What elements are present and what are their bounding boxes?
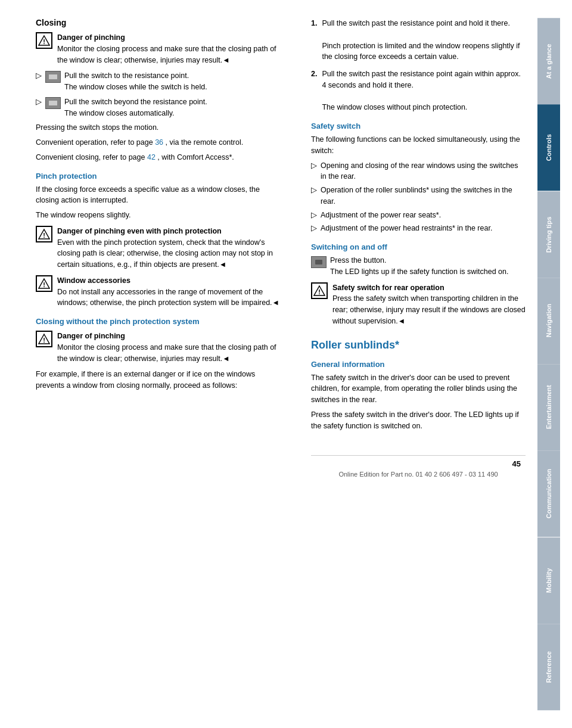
switch-instruction-row: Press the button. The LED lights up if t…: [311, 255, 526, 278]
step-1-num: 1.: [311, 18, 317, 63]
press-stop: Pressing the switch stops the motion.: [36, 122, 281, 133]
arrow-safety-3: ▷: [311, 210, 317, 221]
arrow-icon-2: ▷: [36, 97, 42, 106]
warning-text-5: Safety switch for rear operation Press t…: [332, 282, 526, 327]
warning-icon-5: !: [311, 282, 328, 299]
footer-text: Online Edition for Part no. 01 40 2 606 …: [311, 471, 526, 478]
pinch-p2: The window reopens slightly.: [36, 210, 281, 221]
instruction-text-1: Pull the switch to the resistance point.…: [64, 70, 207, 93]
general-info-heading: General information: [311, 360, 526, 369]
arrow-safety-4: ▷: [311, 223, 317, 234]
warning-text-3: Window accessories Do not install any ac…: [57, 275, 281, 309]
switching-heading: Switching on and off: [311, 242, 526, 251]
main-content: Closing ! Danger of pinching Monitor the…: [0, 0, 572, 728]
instruction-row-2: ▷ Pull the switch beyond the resistance …: [36, 97, 281, 119]
switch-icon-2: [45, 97, 61, 109]
svg-text:!: !: [318, 288, 321, 295]
instruction-row-1: ▷ Pull the switch to the resistance poin…: [36, 70, 281, 93]
step-2-note: The window closes without pinch protecti…: [322, 103, 467, 111]
page-link-36[interactable]: 36: [155, 138, 163, 147]
step-2-text: Pull the switch past the resistance poin…: [322, 70, 521, 89]
pinch-p1: If the closing force exceeds a specific …: [36, 184, 281, 207]
steps-list: 1. Pull the switch past the resistance p…: [311, 18, 526, 113]
warning-box-5: ! Safety switch for rear operation Press…: [311, 282, 526, 327]
page-number: 45: [512, 459, 521, 468]
sidebar-tab-entertainment[interactable]: Entertainment: [537, 364, 560, 450]
step-1-text: Pull the switch past the resistance poin…: [322, 19, 509, 27]
arrow-safety-2: ▷: [311, 185, 317, 207]
safety-item-2: ▷ Operation of the roller sunblinds* usi…: [311, 185, 526, 207]
instruction-text-2: Pull the switch beyond the resistance po…: [64, 97, 207, 119]
warning-text-1: Danger of pinching Monitor the closing p…: [57, 32, 281, 66]
switch-instruction-text: Press the button. The LED lights up if t…: [330, 255, 508, 278]
warning-text-4: Danger of pinching Monitor the closing p…: [57, 331, 281, 364]
roller-heading: Roller sunblinds*: [311, 339, 526, 351]
page-footer: 45: [311, 455, 526, 468]
svg-text:!: !: [43, 38, 45, 45]
safety-switch-heading: Safety switch: [311, 122, 526, 130]
svg-text:!: !: [43, 232, 45, 239]
convenient-2: Convenient closing, refer to page 42 , w…: [36, 152, 281, 163]
sidebar-tab-controls[interactable]: Controls: [537, 104, 560, 191]
sidebar-tab-reference[interactable]: Reference: [537, 624, 560, 710]
left-column: Closing ! Danger of pinching Monitor the…: [36, 18, 281, 710]
switch-icon-1: [45, 71, 61, 83]
warning-box-4: ! Danger of pinching Monitor the closing…: [36, 331, 281, 364]
svg-text:!: !: [43, 281, 45, 288]
page-link-42[interactable]: 42: [147, 153, 156, 161]
roller-section: Roller sunblinds* General information Th…: [311, 339, 526, 432]
sidebar-tab-navigation[interactable]: Navigation: [537, 278, 560, 364]
step-1: 1. Pull the switch past the resistance p…: [311, 18, 526, 63]
sidebar-tab-at-a-glance[interactable]: At a glance: [537, 18, 560, 104]
warning-icon-3: !: [36, 275, 52, 292]
pinch-protection-heading: Pinch protection: [36, 172, 281, 181]
safety-item-3: ▷ Adjustment of the power rear seats*.: [311, 210, 526, 221]
right-column: 1. Pull the switch past the resistance p…: [293, 18, 526, 710]
safety-item-1: ▷ Opening and closing of the rear window…: [311, 160, 526, 183]
general-p2: Press the safety switch in the driver's …: [311, 409, 526, 432]
arrow-icon-1: ▷: [36, 71, 42, 80]
button-icon-1: [311, 256, 327, 268]
warning-text-2: Danger of pinching even with pinch prote…: [57, 226, 281, 270]
closing-without-p1: For example, if there is an external dan…: [36, 369, 281, 391]
sidebar-tab-communication[interactable]: Communication: [537, 450, 560, 537]
step-1-note: Pinch protection is limited and the wind…: [322, 42, 520, 61]
warning-icon-2: !: [36, 226, 52, 242]
warning-icon-1: !: [36, 32, 52, 49]
step-2-num: 2.: [311, 69, 317, 113]
closing-heading: Closing: [36, 18, 281, 27]
warning-box-1: ! Danger of pinching Monitor the closing…: [36, 32, 281, 66]
convenient-1: Convenient operation, refer to page 36 ,…: [36, 137, 281, 148]
warning-icon-4: !: [36, 331, 52, 347]
safety-items-list: ▷ Opening and closing of the rear window…: [311, 160, 526, 235]
warning-box-3: ! Window accessories Do not install any …: [36, 275, 281, 309]
svg-text:!: !: [43, 337, 45, 344]
sidebar-tab-driving-tips[interactable]: Driving tips: [537, 191, 560, 278]
closing-without-heading: Closing without the pinch protection sys…: [36, 317, 281, 326]
safety-item-4: ▷ Adjustment of the power head restraint…: [311, 223, 526, 234]
arrow-safety-1: ▷: [311, 160, 317, 183]
warning-box-2: ! Danger of pinching even with pinch pro…: [36, 226, 281, 270]
general-p1: The safety switch in the driver's door c…: [311, 372, 526, 406]
step-2: 2. Pull the switch past the resistance p…: [311, 69, 526, 113]
sidebar: At a glance Controls Driving tips Naviga…: [537, 18, 560, 710]
sidebar-tab-mobility[interactable]: Mobility: [537, 537, 560, 624]
safety-p1: The following functions can be locked si…: [311, 134, 526, 157]
